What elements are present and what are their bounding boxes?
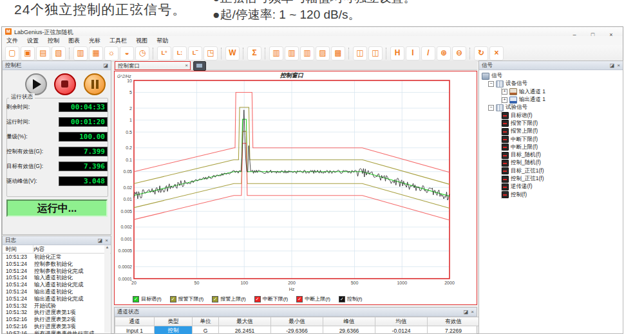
snapshot-button[interactable] [193, 61, 206, 71]
log-row[interactable]: 10:51:32开始试验 [3, 302, 111, 310]
menu-光标[interactable]: 光标 [84, 37, 105, 45]
log-row[interactable]: 10:51:24输入通道初始化完成 [3, 281, 111, 288]
tree-item-目标谱(f)[interactable]: 目标谱(f) [502, 111, 623, 119]
control-chart[interactable]: 105210.50.20.10.050.020.010.0050.0020.00… [115, 71, 477, 294]
tree-item-目标_正弦1(f)[interactable]: 目标_正弦1(f) [502, 167, 623, 175]
legend-checkbox[interactable]: ✓ [339, 296, 345, 302]
tree-item-控制_正弦1(f)[interactable]: 控制_正弦1(f) [502, 175, 623, 183]
channel-col-header[interactable]: 有效值 [428, 317, 480, 326]
edit-chart-button[interactable]: ▩ [331, 46, 345, 60]
legend-checkbox[interactable]: ✓ [133, 296, 139, 302]
legend-checkbox[interactable]: ✓ [212, 296, 218, 302]
pin-icon[interactable]: ◪ [462, 309, 470, 315]
pin-icon[interactable]: ◪ [97, 237, 104, 243]
tab-control-window[interactable]: 控制窗口 × [115, 61, 191, 70]
tree-toggle-icon[interactable]: − [488, 105, 494, 111]
word-report-button[interactable]: W [225, 46, 240, 60]
cursor-L1-button[interactable]: L: [173, 46, 187, 60]
log-row[interactable]: 10:51:24控制参数初始化完成 [3, 268, 111, 275]
log-row[interactable]: 10:51:24输入通道初始化 [3, 274, 111, 281]
tree-item-输入通道 1[interactable]: +输入通道 1 [502, 88, 623, 96]
channel-col-header[interactable]: 通道 [115, 317, 155, 326]
menu-工具栏[interactable]: 工具栏 [105, 37, 131, 45]
channel-col-header[interactable]: 均值 [375, 317, 428, 326]
play-button[interactable] [25, 73, 47, 95]
channel-col-header[interactable]: 单位 [193, 317, 219, 326]
open-button[interactable]: ▤ [36, 46, 50, 60]
log-row[interactable]: 10:51:24控制参数初始化 [3, 261, 111, 268]
tree-toggle-icon[interactable]: − [488, 81, 494, 87]
spectrum-3-button[interactable]: ▥ [300, 46, 314, 60]
legend-item[interactable]: ✓中断下限(f) [254, 295, 289, 302]
channel-col-header[interactable]: 峰值 [323, 317, 375, 326]
cursor-slope-button[interactable]: / [421, 46, 435, 60]
tree-toggle-icon[interactable]: + [502, 89, 507, 95]
tree-root-signals[interactable]: 信号 [482, 72, 623, 80]
save-button[interactable]: ▣ [21, 46, 35, 60]
menu-帮助[interactable]: 帮助 [152, 37, 173, 45]
layout-split-button[interactable]: ◫ [353, 46, 367, 60]
settings-button[interactable]: ☼ [104, 46, 118, 60]
cursor-L2-button[interactable]: L‾ [188, 46, 202, 60]
transfer-chart-button[interactable]: ▨ [316, 46, 330, 60]
layout-grid-button[interactable]: ◫ [368, 46, 383, 60]
export-button[interactable]: ▧ [52, 46, 66, 60]
tab-close-icon[interactable]: × [185, 62, 188, 70]
legend-checkbox[interactable]: ✓ [254, 296, 261, 302]
tree-item-报警上限(f)[interactable]: 报警上限(f) [502, 127, 623, 135]
legend-item[interactable]: ✓控制(f) [339, 295, 363, 302]
tree-item-输出通道 1[interactable]: +输出通道 1 [502, 96, 623, 104]
legend-item[interactable]: ✓报警下限(f) [170, 295, 204, 302]
tree-item-目标_随机(f)[interactable]: 目标_随机(f) [502, 151, 623, 159]
cursor-h-button[interactable]: H [390, 46, 404, 60]
zoom-out-button[interactable]: ⊖ [452, 46, 466, 60]
close-icon[interactable]: × [104, 237, 109, 243]
log-row[interactable]: 10:51:24输出通道初始化 [3, 288, 111, 295]
log-row[interactable]: 10:52:16执行进度表第3项 [3, 323, 111, 330]
channel-col-header[interactable]: 类型 [155, 317, 193, 326]
cursor-L0-button[interactable]: L° [157, 46, 171, 60]
tree-group-试验信号[interactable]: −试验信号 [488, 104, 623, 111]
channel-row[interactable]: Input 1控制G26.2451-29.636629.6366-0.01247… [115, 326, 480, 334]
pin-icon[interactable]: ◪ [102, 62, 109, 68]
menu-控制[interactable]: 控制 [43, 37, 64, 45]
display-button[interactable]: ◒ [120, 46, 134, 60]
refresh-button[interactable]: ↻ [474, 46, 488, 60]
channel-col-header[interactable]: 最小值 [271, 317, 323, 326]
tree-group-设备信号[interactable]: −设备信号 [488, 80, 623, 88]
log-row[interactable]: 10:51:23初始化正常 [3, 254, 111, 261]
cursor-v-button[interactable]: I [406, 46, 420, 60]
print-button[interactable]: ▥ [73, 46, 88, 60]
log-row[interactable]: 10:51:24输出通道初始化完成 [3, 295, 111, 302]
menu-设置[interactable]: 设置 [23, 37, 43, 45]
log-row[interactable]: 10:52:16执行进度表第2项 [3, 316, 111, 323]
tree-item-控制_随机(f)[interactable]: 控制_随机(f) [502, 159, 623, 167]
close-icon[interactable]: × [469, 309, 475, 315]
spectrum-1-button[interactable]: ▥ [269, 46, 283, 60]
legend-item[interactable]: ✓中断上限(f) [296, 295, 330, 302]
close-all-button[interactable]: × [489, 46, 504, 60]
legend-checkbox[interactable]: ✓ [170, 296, 176, 302]
spectrum-2-button[interactable]: ▥ [285, 46, 299, 60]
tree-item-报警下限(f)[interactable]: 报警下限(f) [502, 120, 623, 127]
tree-toggle-icon[interactable]: + [502, 97, 507, 103]
legend-checkbox[interactable]: ✓ [296, 296, 303, 302]
pause-button[interactable] [84, 73, 106, 95]
schedule-button[interactable]: ◷ [135, 46, 149, 60]
tree-item-中断上限(f)[interactable]: 中断上限(f) [502, 144, 623, 151]
tree-item-控制(f)[interactable]: 控制(f) [502, 190, 623, 198]
pin-icon[interactable]: ◪ [609, 62, 616, 68]
close-icon[interactable]: × [616, 62, 621, 68]
overlay-button[interactable]: ◳ [204, 46, 218, 60]
log-scrollbar[interactable]: ▲ [104, 245, 110, 333]
menu-图表[interactable]: 图表 [64, 37, 84, 45]
tree-item-中断下限(f)[interactable]: 中断下限(f) [502, 135, 623, 143]
stop-button[interactable] [54, 73, 76, 95]
snapshot-button[interactable]: ▦ [89, 46, 103, 60]
legend-item[interactable]: ✓目标谱(f) [133, 295, 162, 302]
legend-item[interactable]: ✓报警上限(f) [212, 295, 246, 302]
log-row[interactable]: 10:51:32执行进度表第1项 [3, 309, 111, 316]
sum-button[interactable]: Σ [247, 46, 261, 60]
channel-col-header[interactable]: 最大值 [219, 317, 271, 326]
log-row[interactable]: 10:57:16所有进度表事件执行完成 [3, 330, 111, 334]
